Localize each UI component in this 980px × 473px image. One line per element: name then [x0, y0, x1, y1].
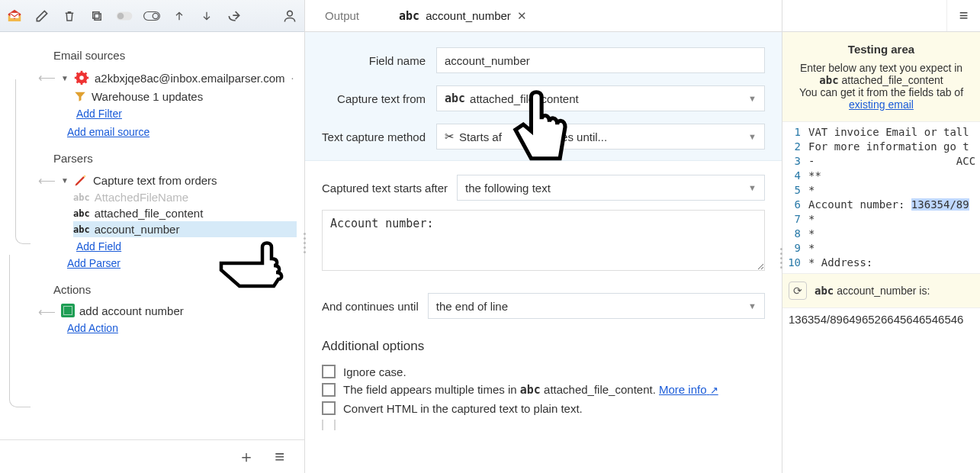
- add-filter-link[interactable]: Add Filter: [76, 108, 122, 120]
- continues-select-value: the end of line: [436, 300, 508, 313]
- chevron-down-icon: ▼: [748, 301, 757, 311]
- tree-action-row[interactable]: ⟵ add account number: [61, 302, 297, 319]
- capture-from-value: attached_file_content: [470, 92, 579, 105]
- checkbox-icon[interactable]: [322, 401, 336, 415]
- field-name-input[interactable]: account_number: [436, 47, 765, 73]
- filter-icon: [73, 89, 87, 103]
- arrow-down-icon[interactable]: [198, 8, 215, 24]
- method-select[interactable]: ✂ Starts af tinues until... ▼: [436, 124, 765, 150]
- caret-down-icon[interactable]: ▼: [61, 176, 69, 185]
- testing-header: Testing area Enter below any text you ex…: [782, 32, 980, 122]
- opt-ignore-case[interactable]: Ignore case.: [322, 365, 765, 378]
- tree-field-attachedfilename[interactable]: abc AttachedFileName: [73, 189, 297, 205]
- more-info-link[interactable]: More info ↗: [659, 383, 718, 396]
- tree-field-account-number[interactable]: abc account_number: [73, 221, 297, 237]
- parser-root-label: Capture text from orders: [93, 174, 217, 187]
- capture-from-label: Capture text from: [322, 92, 436, 105]
- chevron-down-icon: ▼: [748, 132, 757, 141]
- svg-rect-4: [144, 11, 160, 20]
- chevron-down-icon: ▼: [748, 94, 757, 103]
- field-name-value: account_number: [445, 54, 530, 67]
- tree-field-attached-file-content[interactable]: abc attached_file_content: [73, 205, 297, 221]
- filter-label: Warehouse 1 updates: [92, 90, 203, 103]
- testing-code-editor[interactable]: 1VAT invoice Email or tall2For more info…: [782, 122, 980, 273]
- starts-after-label: Captured text starts after: [322, 182, 448, 195]
- refresh-icon[interactable]: ⟳: [789, 282, 807, 300]
- add-email-source-link[interactable]: Add email source: [67, 126, 149, 138]
- scissors-icon: ✂: [445, 130, 455, 143]
- add-button[interactable]: ＋: [238, 446, 255, 468]
- add-action-link[interactable]: Add Action: [67, 322, 118, 334]
- edit-icon[interactable]: [34, 8, 50, 24]
- gear-inbox-icon: [73, 69, 90, 86]
- external-link-icon: ↗: [710, 385, 718, 396]
- svg-point-3: [117, 12, 124, 19]
- testing-desc2: You can get it from the fields tab of: [799, 86, 963, 98]
- add-field-link[interactable]: Add Field: [76, 240, 121, 253]
- hamburger-icon[interactable]: ≡: [946, 0, 980, 31]
- splitter-handle[interactable]: [301, 229, 307, 256]
- abc-icon: abc: [73, 224, 90, 235]
- capture-from-select[interactable]: abc attached_file_content ▼: [436, 85, 765, 111]
- user-icon[interactable]: [281, 8, 298, 24]
- opt-multi-post: .: [653, 383, 659, 396]
- abc-icon: abc: [73, 208, 90, 219]
- abc-icon: abc: [815, 285, 834, 297]
- close-icon[interactable]: ✕: [517, 9, 527, 23]
- testing-desc1: Enter below any text you expect in: [800, 62, 962, 74]
- testing-title: Testing area: [787, 43, 975, 56]
- opt-truncated[interactable]: [322, 420, 765, 430]
- hamburger-icon[interactable]: ≡: [275, 447, 284, 467]
- trash-icon[interactable]: [61, 8, 78, 24]
- add-parser-link[interactable]: Add Parser: [67, 257, 120, 269]
- testing-result-header: ⟳ abc account_number is:: [782, 273, 980, 308]
- section-email-sources: Email sources: [53, 49, 297, 62]
- sidebar-toolbar: [0, 0, 304, 32]
- splitter-handle[interactable]: [778, 244, 784, 272]
- abc-icon: abc: [399, 9, 419, 23]
- section-actions: Actions: [53, 283, 297, 296]
- arrow-up-icon[interactable]: [171, 8, 188, 24]
- form-body: Captured text starts after the following…: [305, 161, 782, 449]
- copy-icon[interactable]: [88, 8, 105, 24]
- caret-down-icon[interactable]: ▼: [61, 74, 69, 82]
- tab-output[interactable]: Output: [305, 0, 379, 31]
- svg-rect-0: [95, 14, 101, 20]
- tree-parser-root[interactable]: ⟵ ▼ Capture text from orders: [61, 171, 297, 189]
- share-arrow-icon[interactable]: [226, 8, 243, 24]
- right-tabs: ≡: [782, 0, 980, 32]
- continues-select[interactable]: the end of line ▼: [428, 293, 765, 319]
- testing-panel: ≡ Testing area Enter below any text you …: [782, 0, 980, 473]
- existing-email-link[interactable]: existing email: [849, 98, 914, 111]
- opt-multiple-times[interactable]: The field appears multiple times in abc …: [322, 383, 765, 397]
- starts-after-select-value: the following text: [465, 182, 551, 195]
- checkbox-icon[interactable]: [322, 420, 336, 430]
- toggle-on-outline-icon[interactable]: [143, 8, 160, 24]
- svg-line-13: [77, 73, 79, 76]
- additional-options-title: Additional options: [322, 339, 765, 354]
- starts-after-textarea[interactable]: [322, 210, 765, 271]
- starts-after-select[interactable]: the following text ▼: [457, 175, 765, 201]
- pencil-icon: [73, 172, 88, 188]
- field-label: AttachedFileName: [95, 191, 188, 204]
- center-tabs: Output abc account_number ✕: [305, 0, 782, 32]
- flow-arrow-icon: ⟵: [38, 173, 53, 188]
- chevron-down-icon: ▼: [748, 183, 757, 192]
- result-suffix: is:: [916, 285, 930, 297]
- mail-open-icon[interactable]: [6, 8, 23, 24]
- tree-filter-row[interactable]: Warehouse 1 updates: [73, 88, 297, 105]
- action-label: add account number: [79, 304, 184, 317]
- field-label: attached_file_content: [95, 207, 204, 220]
- abc-icon: abc: [445, 92, 465, 105]
- result-label: abc account_number is:: [815, 285, 930, 297]
- svg-line-15: [77, 81, 79, 83]
- flow-arrow-icon: ⟵: [38, 304, 53, 319]
- tree-email-account[interactable]: ⟵ ▼ a2kbxjqe8ac@inbox.emailparser.com ·: [61, 68, 297, 88]
- tab-account-number[interactable]: abc account_number ✕: [379, 0, 547, 31]
- checkbox-icon[interactable]: [322, 383, 336, 397]
- toggle-off-icon[interactable]: [116, 8, 133, 24]
- method-value-suffix: tinues until...: [543, 130, 607, 143]
- opt-convert-html[interactable]: Convert HTML in the captured text to pla…: [322, 401, 765, 415]
- form-header: Field name account_number Capture text f…: [305, 32, 782, 161]
- checkbox-icon[interactable]: [322, 365, 336, 378]
